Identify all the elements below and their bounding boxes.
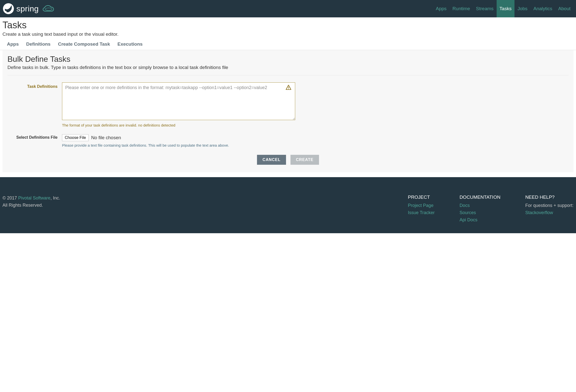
top-header: spring Apps Runtime Streams Tasks Jobs A… [0, 0, 576, 17]
section-subtitle: Define tasks in bulk. Type in tasks defi… [7, 65, 569, 75]
cloud-badge-icon [41, 4, 56, 14]
brand-logo[interactable]: spring [2, 3, 56, 15]
nav-analytics[interactable]: Analytics [530, 0, 555, 17]
nav-runtime[interactable]: Runtime [449, 0, 473, 17]
subtabs: Apps Definitions Create Composed Task Ex… [0, 41, 576, 50]
page-title: Tasks [2, 20, 574, 31]
create-button[interactable]: CREATE [290, 155, 319, 165]
task-definitions-textarea[interactable] [62, 82, 295, 120]
file-chosen-status: No file chosen [91, 135, 121, 140]
spring-leaf-icon [2, 3, 14, 15]
row-select-file: Select Definitions File Choose File No f… [7, 134, 569, 147]
footer-link-project-page[interactable]: Project Page [408, 202, 435, 209]
select-file-label: Select Definitions File [7, 134, 62, 147]
page-subtitle: Create a task using text based input or … [2, 32, 574, 37]
footer-heading-documentation: DOCUMENTATION [459, 195, 500, 200]
nav-tasks[interactable]: Tasks [497, 0, 515, 17]
copyright-line: © 2017 Pivotal Software, Inc. [2, 195, 408, 202]
svg-point-1 [5, 11, 6, 12]
nav-about[interactable]: About [555, 0, 574, 17]
svg-point-4 [288, 89, 289, 89]
svg-point-0 [3, 3, 14, 14]
footer-col-help: NEED HELP? For questions + support: Stac… [525, 195, 574, 223]
nav-jobs[interactable]: Jobs [514, 0, 530, 17]
file-helper-text: Please provide a text file containing ta… [62, 143, 295, 147]
footer-link-stackoverflow[interactable]: Stackoverflow [525, 209, 574, 216]
footer-link-docs[interactable]: Docs [459, 202, 500, 209]
task-definitions-error: The format of your task definitions are … [62, 123, 295, 127]
warning-icon [286, 85, 291, 90]
footer-link-issue-tracker[interactable]: Issue Tracker [408, 209, 435, 216]
page-header: Tasks Create a task using text based inp… [0, 17, 576, 41]
footer-heading-project: PROJECT [408, 195, 435, 200]
nav-streams[interactable]: Streams [473, 0, 497, 17]
rights-line: All Rights Reserved. [2, 202, 408, 209]
footer-col-project: PROJECT Project Page Issue Tracker [408, 195, 435, 223]
tab-create-composed-task[interactable]: Create Composed Task [58, 41, 110, 47]
svg-point-2 [45, 8, 52, 10]
row-task-definitions: Task Definitions The format of your task… [7, 82, 569, 127]
tab-definitions[interactable]: Definitions [26, 41, 51, 47]
brand-text: spring [16, 4, 39, 13]
tab-executions[interactable]: Executions [117, 41, 142, 47]
nav-apps[interactable]: Apps [433, 0, 449, 17]
section-title: Bulk Define Tasks [7, 55, 569, 64]
choose-file-button[interactable]: Choose File [62, 134, 89, 141]
cancel-button[interactable]: CANCEL [257, 155, 286, 165]
tab-apps[interactable]: Apps [7, 41, 19, 47]
content-panel: Bulk Define Tasks Define tasks in bulk. … [2, 50, 574, 172]
pivotal-link[interactable]: Pivotal Software [18, 196, 50, 200]
footer-help-text: For questions + support: [525, 202, 574, 209]
primary-nav: Apps Runtime Streams Tasks Jobs Analytic… [433, 0, 574, 17]
action-buttons: CANCEL CREATE [7, 155, 569, 165]
footer-link-sources[interactable]: Sources [459, 209, 500, 216]
footer-heading-help: NEED HELP? [525, 195, 574, 200]
footer-col-documentation: DOCUMENTATION Docs Sources Api Docs [459, 195, 500, 223]
footer-link-api-docs[interactable]: Api Docs [459, 216, 500, 224]
footer: © 2017 Pivotal Software, Inc. All Rights… [0, 177, 576, 233]
task-definitions-label: Task Definitions [7, 82, 62, 127]
